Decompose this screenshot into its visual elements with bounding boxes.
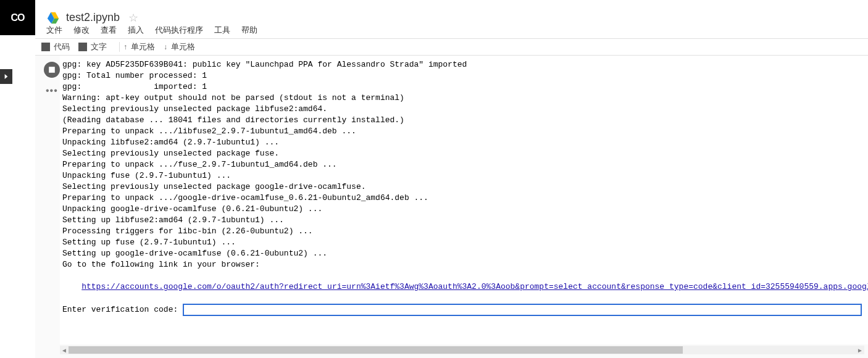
output-line: Processing triggers for libc-bin (2.26-0…: [62, 226, 868, 237]
verification-prompt: Enter verification code:: [62, 305, 183, 314]
plus-icon: [78, 43, 87, 51]
menu-view[interactable]: 查看: [101, 25, 117, 36]
expand-sidebar-button[interactable]: [0, 69, 12, 84]
scroll-track[interactable]: [69, 346, 856, 354]
output-line: (Reading database ... 18041 files and di…: [62, 115, 868, 126]
output-line: Preparing to unpack .../libfuse2_2.9.7-1…: [62, 126, 868, 137]
stop-icon: [48, 66, 56, 73]
oauth-link[interactable]: https://accounts.google.com/o/oauth2/aut…: [81, 282, 868, 291]
output-line: Preparing to unpack .../google-drive-oca…: [62, 193, 868, 204]
output-line: Go to the following link in your browser…: [62, 259, 868, 270]
output-line: Setting up google-drive-ocamlfuse (0.6.2…: [62, 248, 868, 259]
cell-up-button[interactable]: ↑ 单元格: [123, 41, 155, 52]
scroll-right-button[interactable]: ►: [856, 346, 864, 354]
output-line: gpg: key AD5F235DF639B041: public key "L…: [62, 59, 868, 70]
cell-down-label: 单元格: [171, 41, 195, 52]
output-line: Setting up libfuse2:amd64 (2.9.7-1ubuntu…: [62, 215, 868, 226]
cell-output: gpg: key AD5F235DF639B041: public key "L…: [60, 56, 868, 344]
chevron-right-icon: [4, 74, 9, 79]
output-line: gpg: Total number processed: 1: [62, 70, 868, 81]
output-line: [62, 293, 868, 304]
menu-tools[interactable]: 工具: [214, 25, 230, 36]
verification-code-input[interactable]: [183, 304, 862, 316]
scroll-thumb[interactable]: [69, 346, 683, 354]
add-text-button[interactable]: 文字: [78, 41, 107, 52]
output-line: Selecting previously unselected package …: [62, 148, 868, 159]
cell-up-label: 单元格: [131, 41, 155, 52]
notebook-area: ••• gpg: key AD5F235DF639B041: public ke…: [35, 56, 868, 358]
colab-logo[interactable]: CO: [0, 0, 35, 35]
add-code-button[interactable]: 代码: [41, 41, 70, 52]
toolbar: 代码 文字 ↑ 单元格 ↓ 单元格: [35, 38, 868, 56]
menu-runtime[interactable]: 代码执行程序: [155, 25, 203, 36]
add-code-label: 代码: [54, 41, 70, 52]
menubar: 文件 修改 查看 插入 代码执行程序 工具 帮助: [46, 22, 868, 38]
menu-help[interactable]: 帮助: [241, 25, 257, 36]
output-line: Selecting previously unselected package …: [62, 181, 868, 193]
add-text-label: 文字: [91, 41, 107, 52]
output-line: Unpacking libfuse2:amd64 (2.9.7-1ubuntu1…: [62, 137, 868, 148]
arrow-down-icon: ↓: [164, 43, 167, 51]
menu-insert[interactable]: 插入: [128, 25, 144, 36]
run-cell-button[interactable]: [44, 62, 60, 78]
output-line: Unpacking google-drive-ocamlfuse (0.6.21…: [62, 204, 868, 215]
horizontal-scrollbar[interactable]: ◄ ►: [60, 346, 864, 354]
output-line: gpg: imported: 1: [62, 81, 868, 93]
scroll-left-button[interactable]: ◄: [60, 346, 69, 354]
cell-down-button[interactable]: ↓ 单元格: [164, 41, 195, 52]
output-line: Setting up fuse (2.9.7-1ubuntu1) ...: [62, 237, 868, 248]
output-line: Preparing to unpack .../fuse_2.9.7-1ubun…: [62, 159, 868, 170]
left-sidebar: CO: [0, 0, 35, 358]
menu-file[interactable]: 文件: [46, 25, 62, 36]
svg-rect-0: [49, 67, 55, 73]
output-line: https://accounts.google.com/o/oauth2/aut…: [62, 281, 868, 293]
cell-more-button[interactable]: •••: [46, 85, 58, 96]
colab-logo-text: CO: [11, 12, 25, 23]
output-line: Unpacking fuse (2.9.7-1ubuntu1) ...: [62, 170, 868, 181]
separator: [119, 42, 120, 52]
output-line: [62, 270, 868, 281]
output-line: Selecting previously unselected package …: [62, 104, 868, 115]
arrow-up-icon: ↑: [123, 43, 127, 51]
output-line: Warning: apt-key output should not be pa…: [62, 93, 868, 104]
menu-edit[interactable]: 修改: [73, 25, 90, 36]
plus-icon: [41, 43, 50, 51]
verification-prompt-line: Enter verification code:: [62, 304, 868, 316]
